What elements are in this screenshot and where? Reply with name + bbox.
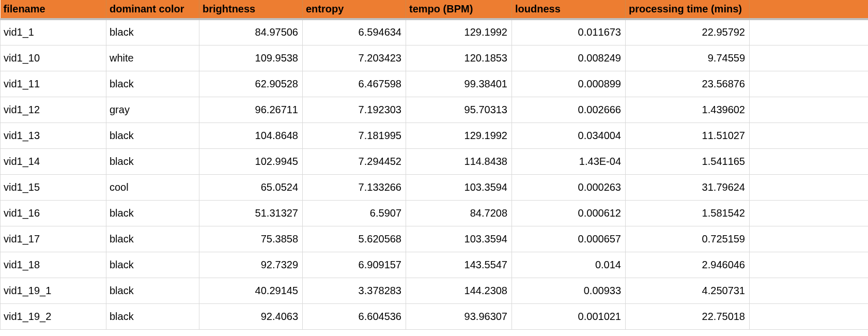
col-header-tempo[interactable]: tempo (BPM)	[406, 0, 512, 19]
cell[interactable]: 4.250731	[626, 278, 750, 303]
cell[interactable]: 9.74559	[626, 45, 750, 71]
cell[interactable]	[750, 97, 869, 123]
cell[interactable]: 0.011673	[512, 19, 626, 45]
cell[interactable]: white	[106, 45, 199, 71]
cell[interactable]: 0.000657	[512, 226, 626, 252]
cell[interactable]: 84.97506	[199, 19, 303, 45]
cell[interactable]: 7.203423	[303, 45, 406, 71]
cell[interactable]: vid1_13	[1, 123, 106, 148]
col-header-loudness[interactable]: loudness	[512, 0, 626, 19]
cell[interactable]: black	[106, 226, 199, 252]
cell[interactable]: 0.034004	[512, 123, 626, 148]
cell[interactable]	[750, 226, 869, 252]
cell[interactable]: vid1_1	[1, 19, 106, 45]
cell[interactable]: 96.26711	[199, 97, 303, 123]
cell[interactable]: 0.00933	[512, 278, 626, 303]
cell[interactable]: 1.541165	[626, 148, 750, 174]
cell[interactable]: 7.181995	[303, 123, 406, 148]
cell[interactable]: 23.56876	[626, 71, 750, 97]
cell[interactable]: 5.620568	[303, 226, 406, 252]
cell[interactable]: 120.1853	[406, 45, 512, 71]
cell[interactable]: 93.96307	[406, 303, 512, 329]
cell[interactable]	[750, 19, 869, 45]
cell[interactable]: 7.192303	[303, 97, 406, 123]
cell[interactable]: 6.594634	[303, 19, 406, 45]
cell[interactable]: 143.5547	[406, 252, 512, 278]
cell[interactable]: 102.9945	[199, 148, 303, 174]
cell[interactable]: vid1_19_2	[1, 303, 106, 329]
cell[interactable]: 0.000263	[512, 174, 626, 200]
cell[interactable]: 1.439602	[626, 97, 750, 123]
cell[interactable]: 6.604536	[303, 303, 406, 329]
cell[interactable]: 1.581542	[626, 200, 750, 226]
cell[interactable]: 109.9538	[199, 45, 303, 71]
cell[interactable]: black	[106, 278, 199, 303]
cell[interactable]: gray	[106, 97, 199, 123]
cell[interactable]: 0.008249	[512, 45, 626, 71]
cell[interactable]: black	[106, 252, 199, 278]
col-header-processing-time[interactable]: processing time (mins)	[626, 0, 750, 19]
cell[interactable]: cool	[106, 174, 199, 200]
cell[interactable]: 2.946046	[626, 252, 750, 278]
cell[interactable]: 0.000899	[512, 71, 626, 97]
cell[interactable]	[750, 45, 869, 71]
cell[interactable]: 40.29145	[199, 278, 303, 303]
cell[interactable]: black	[106, 123, 199, 148]
cell[interactable]: black	[106, 19, 199, 45]
cell[interactable]: black	[106, 71, 199, 97]
cell[interactable]: 22.75018	[626, 303, 750, 329]
cell[interactable]: vid1_12	[1, 97, 106, 123]
cell[interactable]: 0.002666	[512, 97, 626, 123]
cell[interactable]: 92.4063	[199, 303, 303, 329]
cell[interactable]: 144.2308	[406, 278, 512, 303]
cell[interactable]: 6.467598	[303, 71, 406, 97]
cell[interactable]: 129.1992	[406, 123, 512, 148]
cell[interactable]: 114.8438	[406, 148, 512, 174]
cell[interactable]: 0.014	[512, 252, 626, 278]
cell[interactable]: vid1_15	[1, 174, 106, 200]
cell[interactable]: vid1_19_1	[1, 278, 106, 303]
cell[interactable]: 22.95792	[626, 19, 750, 45]
cell[interactable]: 0.000612	[512, 200, 626, 226]
cell[interactable]	[750, 252, 869, 278]
cell[interactable]	[750, 71, 869, 97]
cell[interactable]: 104.8648	[199, 123, 303, 148]
cell[interactable]: 65.0524	[199, 174, 303, 200]
cell[interactable]: 0.001021	[512, 303, 626, 329]
cell[interactable]: 99.38401	[406, 71, 512, 97]
cell[interactable]	[750, 174, 869, 200]
cell[interactable]: 6.5907	[303, 200, 406, 226]
cell[interactable]: black	[106, 148, 199, 174]
cell[interactable]: 7.294452	[303, 148, 406, 174]
cell[interactable]: vid1_16	[1, 200, 106, 226]
col-header-brightness[interactable]: brightness	[199, 0, 303, 19]
cell[interactable]: 103.3594	[406, 174, 512, 200]
cell[interactable]: 1.43E-04	[512, 148, 626, 174]
cell[interactable]: 95.70313	[406, 97, 512, 123]
cell[interactable]: vid1_11	[1, 71, 106, 97]
col-header-filename[interactable]: filename	[1, 0, 106, 19]
cell[interactable]: black	[106, 200, 199, 226]
cell[interactable]: 7.133266	[303, 174, 406, 200]
cell[interactable]: 84.7208	[406, 200, 512, 226]
cell[interactable]: vid1_14	[1, 148, 106, 174]
cell[interactable]: vid1_10	[1, 45, 106, 71]
cell[interactable]: 75.3858	[199, 226, 303, 252]
cell[interactable]: 0.725159	[626, 226, 750, 252]
cell[interactable]: 129.1992	[406, 19, 512, 45]
cell[interactable]: 62.90528	[199, 71, 303, 97]
cell[interactable]: black	[106, 303, 199, 329]
cell[interactable]	[750, 148, 869, 174]
cell[interactable]: 6.909157	[303, 252, 406, 278]
cell[interactable]: 92.7329	[199, 252, 303, 278]
cell[interactable]: vid1_18	[1, 252, 106, 278]
cell[interactable]: 31.79624	[626, 174, 750, 200]
cell[interactable]: 3.378283	[303, 278, 406, 303]
cell[interactable]	[750, 200, 869, 226]
cell[interactable]: 11.51027	[626, 123, 750, 148]
cell[interactable]: 51.31327	[199, 200, 303, 226]
cell[interactable]	[750, 303, 869, 329]
col-header-dominant-color[interactable]: dominant color	[106, 0, 199, 19]
cell[interactable]	[750, 123, 869, 148]
col-header-blank[interactable]	[750, 0, 869, 19]
